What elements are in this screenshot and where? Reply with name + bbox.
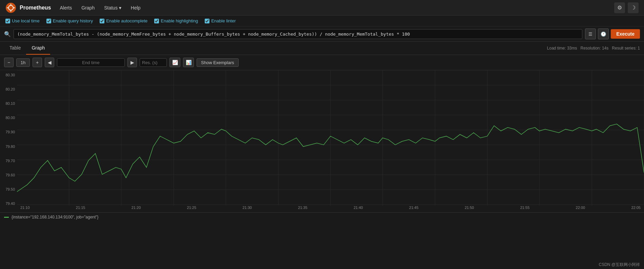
tab-table[interactable]: Table bbox=[4, 42, 26, 55]
nav-alerts[interactable]: Alerts bbox=[58, 4, 74, 12]
options-bar: Use local time Enable query history Enab… bbox=[0, 16, 644, 26]
y-label-9: 79.40 bbox=[1, 201, 15, 206]
next-time-button[interactable]: ▶ bbox=[127, 58, 137, 67]
enable-autocomplete-checkbox[interactable]: Enable autocomplete bbox=[100, 18, 147, 23]
navbar-right: ⚙ ☽ bbox=[614, 2, 639, 13]
settings-icon[interactable]: ⚙ bbox=[614, 2, 625, 13]
y-label-3: 80.00 bbox=[1, 116, 15, 120]
x-label-2: 21:20 bbox=[132, 206, 141, 212]
x-axis: 21:10 21:15 21:20 21:25 21:30 21:35 21:4… bbox=[17, 206, 644, 212]
legend-color-swatch bbox=[4, 217, 9, 218]
y-label-0: 80.30 bbox=[1, 73, 15, 77]
execute-button[interactable]: Execute bbox=[611, 29, 640, 39]
load-info: Load time: 33ms Resolution: 14s Result s… bbox=[547, 46, 640, 51]
use-local-time-checkbox[interactable]: Use local time bbox=[5, 18, 40, 23]
result-series: Result series: 1 bbox=[612, 46, 640, 51]
resolution: Resolution: 14s bbox=[581, 46, 609, 51]
y-axis: 80.30 80.20 80.10 80.00 79.90 79.80 79.7… bbox=[0, 70, 17, 212]
enable-linter-checkbox[interactable]: Enable linter bbox=[205, 18, 236, 23]
resolution-input[interactable] bbox=[140, 58, 167, 67]
x-label-8: 21:50 bbox=[465, 206, 474, 212]
nav-help[interactable]: Help bbox=[129, 4, 143, 12]
x-label-4: 21:30 bbox=[242, 206, 252, 212]
search-icon: 🔍 bbox=[4, 31, 11, 37]
y-label-4: 79.90 bbox=[1, 130, 15, 134]
tabs-bar: Table Graph Load time: 33ms Resolution: … bbox=[0, 42, 644, 55]
enable-highlighting-checkbox[interactable]: Enable highlighting bbox=[154, 18, 198, 23]
nav-status[interactable]: Status ▾ bbox=[102, 4, 123, 12]
duration-display: 1h bbox=[16, 58, 30, 67]
legend-bar: {instance="192.168.140.134:9100", job="a… bbox=[0, 213, 644, 222]
y-label-1: 80.20 bbox=[1, 87, 15, 91]
y-label-8: 79.50 bbox=[1, 187, 15, 191]
nav-graph[interactable]: Graph bbox=[79, 4, 97, 12]
query-list-icon[interactable]: ☰ bbox=[585, 28, 596, 39]
enable-query-history-checkbox[interactable]: Enable query history bbox=[46, 18, 93, 23]
brand-name: Prometheus bbox=[20, 5, 51, 11]
chart-container: 80.30 80.20 80.10 80.00 79.90 79.80 79.7… bbox=[0, 70, 644, 213]
increase-duration-button[interactable]: + bbox=[33, 58, 42, 67]
x-label-6: 21:40 bbox=[354, 206, 363, 212]
prev-time-button[interactable]: ◀ bbox=[45, 58, 54, 67]
decrease-duration-button[interactable]: − bbox=[4, 58, 14, 67]
x-label-3: 21:25 bbox=[187, 206, 197, 212]
navbar: Prometheus Alerts Graph Status ▾ Help ⚙ … bbox=[0, 0, 644, 16]
legend-entry: {instance="192.168.140.134:9100", job="a… bbox=[12, 215, 99, 219]
x-label-7: 21:45 bbox=[409, 206, 419, 212]
show-exemplars-button[interactable]: Show Exemplars bbox=[197, 58, 239, 67]
prometheus-logo bbox=[5, 2, 16, 13]
chart-svg bbox=[17, 70, 644, 206]
y-label-7: 79.60 bbox=[1, 173, 15, 177]
line-chart-button[interactable]: 📈 bbox=[169, 58, 180, 67]
x-label-0: 21:10 bbox=[20, 206, 30, 212]
tab-graph[interactable]: Graph bbox=[26, 42, 50, 55]
bottom-bar: CSDN @互联网小阿祥 bbox=[595, 261, 644, 269]
end-time-input[interactable] bbox=[57, 58, 125, 67]
y-label-5: 79.80 bbox=[1, 145, 15, 149]
y-label-2: 80.10 bbox=[1, 101, 15, 105]
x-label-1: 21:15 bbox=[76, 206, 85, 212]
chart-inner: 21:10 21:15 21:20 21:25 21:30 21:35 21:4… bbox=[17, 70, 644, 212]
theme-toggle-icon[interactable]: ☽ bbox=[628, 2, 639, 13]
x-label-5: 21:35 bbox=[298, 206, 307, 212]
query-history-icon[interactable]: 🕐 bbox=[598, 28, 609, 39]
watermark-text: CSDN @互联网小阿祥 bbox=[599, 262, 640, 267]
query-actions: ☰ 🕐 Execute bbox=[585, 28, 640, 39]
x-label-9: 21:55 bbox=[520, 206, 530, 212]
query-input[interactable] bbox=[14, 29, 582, 39]
graph-controls: − 1h + ◀ ▶ 📈 📊 Show Exemplars bbox=[0, 55, 644, 70]
stacked-chart-button[interactable]: 📊 bbox=[183, 58, 194, 67]
x-label-10: 22:00 bbox=[576, 206, 585, 212]
query-bar: 🔍 ☰ 🕐 Execute bbox=[0, 26, 644, 42]
x-label-11: 22:05 bbox=[631, 206, 641, 212]
load-time: Load time: 33ms bbox=[547, 46, 577, 51]
y-label-6: 79.70 bbox=[1, 159, 15, 163]
